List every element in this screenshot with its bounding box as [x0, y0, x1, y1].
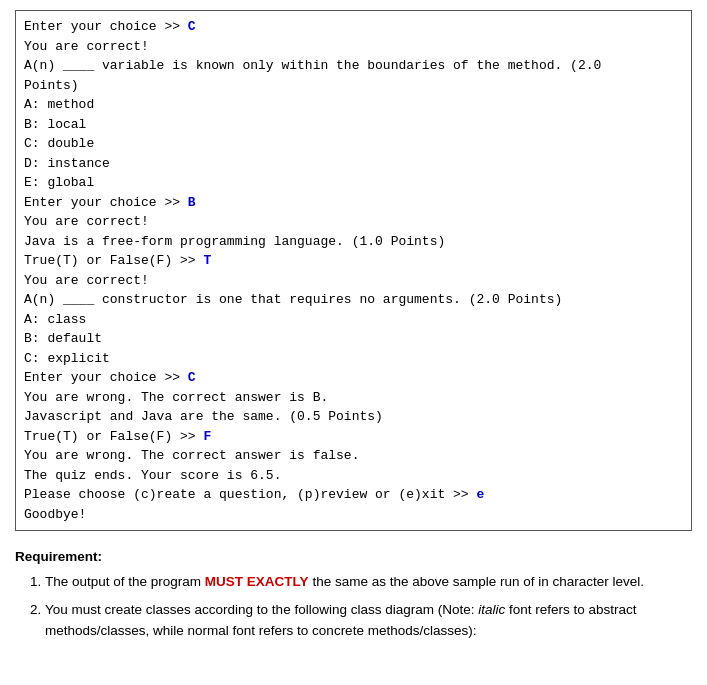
terminal-line: Javascript and Java are the same. (0.5 P…	[24, 407, 683, 427]
terminal-line: E: global	[24, 173, 683, 193]
req1-before: The output of the program	[45, 574, 205, 589]
terminal-line: C: double	[24, 134, 683, 154]
req1-highlight: MUST EXACTLY	[205, 574, 309, 589]
terminal-line: A(n) ____ constructor is one that requir…	[24, 290, 683, 310]
terminal-input-value: C	[188, 370, 196, 385]
terminal-line: B: default	[24, 329, 683, 349]
terminal-line: Java is a free-form programming language…	[24, 232, 683, 252]
requirement-item-1: The output of the program MUST EXACTLY t…	[45, 572, 692, 592]
terminal-line: Enter your choice >> C	[24, 368, 683, 388]
terminal-output: Enter your choice >> CYou are correct!A(…	[15, 10, 692, 531]
terminal-line: You are wrong. The correct answer is fal…	[24, 446, 683, 466]
terminal-line: You are wrong. The correct answer is B.	[24, 388, 683, 408]
terminal-line: D: instance	[24, 154, 683, 174]
terminal-input-value: F	[203, 429, 211, 444]
terminal-line: C: explicit	[24, 349, 683, 369]
requirement-list: The output of the program MUST EXACTLY t…	[15, 572, 692, 641]
terminal-line: True(T) or False(F) >> T	[24, 251, 683, 271]
requirement-section: Requirement: The output of the program M…	[15, 549, 692, 641]
requirement-title: Requirement:	[15, 549, 692, 564]
terminal-line: Points)	[24, 76, 683, 96]
terminal-line: Please choose (c)reate a question, (p)re…	[24, 485, 683, 505]
terminal-line: You are correct!	[24, 212, 683, 232]
terminal-line: A(n) ____ variable is known only within …	[24, 56, 683, 76]
terminal-input-value: B	[188, 195, 196, 210]
terminal-line: True(T) or False(F) >> F	[24, 427, 683, 447]
terminal-input-value: T	[203, 253, 211, 268]
terminal-line: B: local	[24, 115, 683, 135]
req2-before: You must create classes according to the…	[45, 602, 478, 617]
terminal-line: Goodbye!	[24, 505, 683, 525]
terminal-line: You are correct!	[24, 271, 683, 291]
terminal-line: Enter your choice >> B	[24, 193, 683, 213]
req1-after: the same as the above sample run of in c…	[309, 574, 644, 589]
req2-italic: italic	[478, 602, 505, 617]
terminal-input-value: e	[476, 487, 484, 502]
requirement-item-2: You must create classes according to the…	[45, 600, 692, 641]
terminal-line: A: method	[24, 95, 683, 115]
terminal-line: Enter your choice >> C	[24, 17, 683, 37]
terminal-line: You are correct!	[24, 37, 683, 57]
terminal-line: The quiz ends. Your score is 6.5.	[24, 466, 683, 486]
terminal-line: A: class	[24, 310, 683, 330]
terminal-input-value: C	[188, 19, 196, 34]
